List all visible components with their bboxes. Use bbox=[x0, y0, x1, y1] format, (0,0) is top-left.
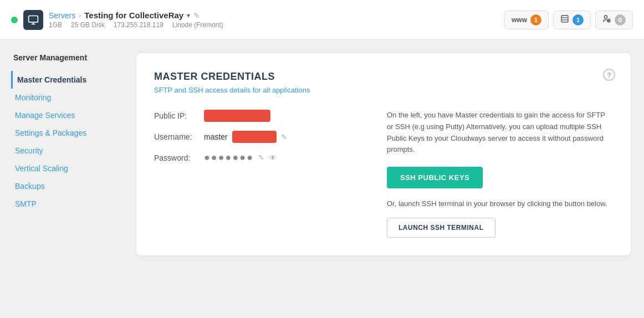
file-badge[interactable]: 1 bbox=[553, 11, 591, 29]
server-info: Servers › Testing for CollectiveRay ▾ ✎ … bbox=[49, 11, 223, 29]
ip-redacted-block bbox=[204, 110, 270, 122]
server-disk: 25 GB Disk bbox=[71, 21, 105, 29]
password-dots: ●●●●●●● bbox=[204, 152, 254, 163]
sidebar-item-monitoring[interactable]: Monitoring bbox=[11, 89, 127, 106]
edit-server-icon[interactable]: ✎ bbox=[193, 11, 200, 20]
eye-icon[interactable]: 👁 bbox=[269, 153, 277, 162]
file-count: 1 bbox=[573, 14, 584, 25]
dropdown-icon[interactable]: ▾ bbox=[187, 12, 190, 19]
server-ip: 173.255.218.119 bbox=[114, 21, 163, 29]
public-ip-label: Public IP: bbox=[154, 111, 204, 120]
www-badge[interactable]: www 1 bbox=[504, 11, 549, 29]
main-layout: Server Management Master Credentials Mon… bbox=[0, 40, 644, 318]
card-subtitle: SFTP and SSH access details for all appl… bbox=[154, 86, 613, 94]
sidebar-item-smtp[interactable]: SMTP bbox=[11, 195, 127, 213]
server-provider: Linode (Fremont) bbox=[172, 21, 223, 29]
public-ip-row: Public IP: bbox=[154, 110, 365, 122]
svg-rect-0 bbox=[29, 16, 38, 22]
card-title: MASTER CREDENTIALS bbox=[154, 71, 613, 83]
www-icon: www bbox=[512, 16, 527, 24]
topnav: Servers › Testing for CollectiveRay ▾ ✎ … bbox=[0, 0, 644, 40]
status-dot bbox=[11, 17, 18, 23]
credentials-left: Public IP: Username: master ✎ bbox=[154, 110, 365, 238]
www-count: 1 bbox=[530, 14, 541, 25]
username-redacted-block bbox=[232, 131, 277, 143]
sidebar: Server Management Master Credentials Mon… bbox=[0, 40, 127, 318]
password-edit-icon[interactable]: ✎ bbox=[258, 153, 264, 162]
password-value: ●●●●●●● ✎ 👁 bbox=[204, 152, 277, 163]
credentials-section: Public IP: Username: master ✎ bbox=[154, 110, 613, 238]
info-text: On the left, you have Master credentials… bbox=[387, 110, 613, 156]
launch-text: Or, launch SSH terminal in your browser … bbox=[387, 198, 613, 210]
username-row: Username: master ✎ bbox=[154, 131, 365, 143]
credentials-right: On the left, you have Master credentials… bbox=[387, 110, 613, 238]
sidebar-item-manage-services[interactable]: Manage Services bbox=[11, 106, 127, 124]
breadcrumb: Servers › Testing for CollectiveRay ▾ ✎ bbox=[49, 11, 223, 20]
sidebar-item-backups[interactable]: Backups bbox=[11, 177, 127, 195]
public-ip-value bbox=[204, 110, 270, 122]
topnav-left: Servers › Testing for CollectiveRay ▾ ✎ … bbox=[11, 10, 223, 30]
username-edit-icon[interactable]: ✎ bbox=[281, 133, 287, 141]
svg-rect-3 bbox=[561, 16, 568, 22]
launch-ssh-terminal-button[interactable]: LAUNCH SSH TERMINAL bbox=[387, 218, 495, 238]
user-count: 0 bbox=[615, 14, 626, 25]
svg-point-6 bbox=[604, 16, 607, 18]
sidebar-item-vertical-scaling[interactable]: Vertical Scaling bbox=[11, 160, 127, 177]
sidebar-item-master-credentials[interactable]: Master Credentials bbox=[11, 71, 127, 89]
username-value: master ✎ bbox=[204, 131, 287, 143]
sidebar-item-settings-packages[interactable]: Settings & Packages bbox=[11, 124, 127, 142]
sidebar-item-security[interactable]: Security bbox=[11, 142, 127, 160]
password-label: Password: bbox=[154, 153, 204, 162]
ssh-public-keys-button[interactable]: SSH PUBLIC KEYS bbox=[387, 167, 483, 188]
server-ram: 1GB bbox=[49, 21, 62, 29]
main-content: ? MASTER CREDENTIALS SFTP and SSH access… bbox=[127, 40, 644, 318]
sidebar-heading: Server Management bbox=[11, 53, 127, 62]
password-row: Password: ●●●●●●● ✎ 👁 bbox=[154, 152, 365, 163]
username-label: Username: bbox=[154, 132, 204, 141]
username-prefix: master bbox=[204, 132, 228, 141]
server-icon bbox=[23, 10, 43, 30]
breadcrumb-current: Testing for CollectiveRay bbox=[84, 11, 183, 20]
user-badge[interactable]: 0 bbox=[595, 11, 633, 29]
file-icon bbox=[560, 14, 569, 25]
user-icon bbox=[602, 14, 611, 25]
master-credentials-card: ? MASTER CREDENTIALS SFTP and SSH access… bbox=[136, 53, 631, 255]
breadcrumb-servers-link[interactable]: Servers bbox=[49, 11, 75, 20]
breadcrumb-chevron-icon: › bbox=[79, 12, 81, 19]
topnav-right: www 1 1 0 bbox=[504, 11, 633, 29]
help-icon[interactable]: ? bbox=[603, 69, 615, 81]
server-meta: 1GB 25 GB Disk 173.255.218.119 Linode (F… bbox=[49, 21, 223, 29]
